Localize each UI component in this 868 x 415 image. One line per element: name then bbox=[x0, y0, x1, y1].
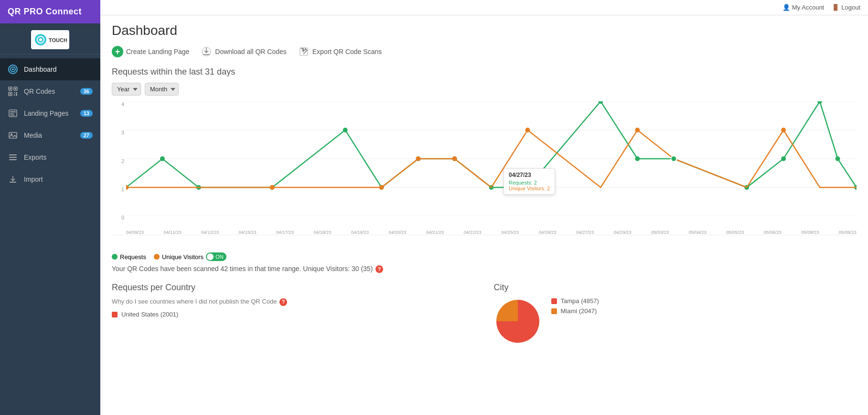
logout-icon: 🚪 bbox=[832, 4, 839, 11]
visitors-dot bbox=[154, 254, 160, 260]
sidebar-item-dashboard[interactable]: Dashboard bbox=[0, 58, 100, 80]
svg-point-54 bbox=[379, 185, 384, 190]
svg-point-45 bbox=[635, 156, 640, 161]
svg-rect-8 bbox=[10, 88, 11, 89]
my-account-link[interactable]: 👤 My Account bbox=[782, 4, 824, 11]
country-subtext: Why do I see countries where I did not p… bbox=[112, 297, 475, 306]
sidebar-item-qr-codes-label: QR Codes bbox=[24, 87, 75, 95]
svg-point-2 bbox=[39, 38, 42, 41]
tampa-label: Tampa (4857) bbox=[561, 297, 599, 305]
svg-rect-14 bbox=[16, 92, 17, 94]
requests-legend-label: Requests bbox=[120, 253, 146, 261]
svg-point-57 bbox=[525, 128, 530, 132]
toggle-circle bbox=[207, 253, 214, 260]
bottom-sections: Requests per Country Why do I see countr… bbox=[112, 283, 857, 345]
chart-container: 4 3 2 1 0 bbox=[112, 101, 857, 235]
city-list: Tampa (4857) Miami (2047) bbox=[551, 297, 599, 317]
toggle-label: ON bbox=[215, 254, 224, 260]
sidebar-item-import-label: Import bbox=[24, 175, 93, 183]
svg-rect-24 bbox=[9, 157, 17, 158]
svg-rect-10 bbox=[15, 88, 16, 89]
svg-point-43 bbox=[525, 185, 530, 190]
city-pie-chart bbox=[494, 297, 542, 345]
legend-requests: Requests bbox=[112, 253, 146, 261]
sidebar-nav: Dashboard QR Codes 36 bbox=[0, 58, 100, 190]
create-landing-page-button[interactable]: + Create Landing Page bbox=[112, 46, 189, 57]
svg-rect-13 bbox=[14, 92, 15, 93]
chart-legend: Requests Unique Visitors ON bbox=[112, 252, 857, 261]
svg-point-38 bbox=[343, 128, 348, 132]
chart-section-title: Requests within the last 31 days bbox=[112, 67, 857, 77]
sidebar-item-dashboard-label: Dashboard bbox=[24, 66, 93, 73]
svg-point-53 bbox=[270, 185, 275, 190]
media-badge: 27 bbox=[80, 132, 93, 139]
svg-point-55 bbox=[416, 156, 421, 161]
month-filter[interactable]: Month bbox=[145, 83, 179, 96]
svg-text:TOUCHLESS: TOUCHLESS bbox=[49, 37, 67, 43]
dashboard-icon bbox=[8, 64, 18, 75]
export-qr-scans-button[interactable]: Export QR Code Scans bbox=[298, 46, 382, 57]
summary-help-icon[interactable]: ? bbox=[375, 265, 383, 273]
svg-point-58 bbox=[635, 128, 640, 132]
legend-visitors: Unique Visitors ON bbox=[154, 252, 226, 261]
import-icon bbox=[8, 174, 18, 185]
svg-rect-16 bbox=[16, 94, 17, 96]
filter-row: Year Month bbox=[112, 83, 857, 96]
city-item-miami: Miami (2047) bbox=[551, 307, 599, 315]
toolbar: + Create Landing Page Download all QR Co… bbox=[112, 46, 857, 57]
sidebar-item-exports[interactable]: Exports bbox=[0, 146, 100, 168]
svg-point-35 bbox=[160, 156, 165, 161]
country-section: Requests per Country Why do I see countr… bbox=[112, 283, 475, 345]
svg-point-61 bbox=[671, 156, 676, 162]
sidebar: QR PRO Connect TOUCHLESS Dashboard bbox=[0, 0, 100, 415]
svg-point-48 bbox=[781, 156, 786, 161]
country-item: United States (2001) bbox=[112, 311, 475, 318]
city-chart-area: Tampa (4857) Miami (2047) bbox=[494, 297, 857, 345]
svg-rect-15 bbox=[14, 94, 15, 96]
sidebar-item-qr-codes[interactable]: QR Codes 36 bbox=[0, 80, 100, 102]
sidebar-item-landing-pages-label: Landing Pages bbox=[24, 109, 75, 117]
requests-chart bbox=[126, 101, 857, 216]
my-account-label: My Account bbox=[792, 4, 824, 11]
country-section-heading: Requests per Country bbox=[112, 283, 475, 293]
sidebar-logo: TOUCHLESS bbox=[0, 23, 100, 55]
sidebar-item-media-label: Media bbox=[24, 131, 75, 139]
svg-rect-23 bbox=[9, 154, 17, 155]
landing-icon bbox=[8, 108, 18, 119]
download-qr-codes-label: Download all QR Codes bbox=[215, 48, 286, 55]
create-icon: + bbox=[112, 46, 123, 57]
visitors-toggle[interactable]: ON bbox=[206, 252, 226, 261]
qr-codes-badge: 36 bbox=[80, 88, 93, 95]
logout-label: Logout bbox=[841, 4, 860, 11]
svg-rect-18 bbox=[10, 111, 16, 112]
tampa-dot bbox=[551, 298, 557, 304]
svg-point-60 bbox=[781, 128, 786, 132]
app-title: QR PRO Connect bbox=[0, 0, 100, 23]
visitors-legend-label: Unique Visitors bbox=[162, 253, 204, 261]
export-icon bbox=[298, 46, 310, 57]
logout-link[interactable]: 🚪 Logout bbox=[832, 4, 860, 11]
svg-rect-26 bbox=[10, 182, 16, 183]
export-qr-scans-label: Export QR Code Scans bbox=[312, 48, 382, 55]
main-content: Dashboard + Create Landing Page Download… bbox=[100, 15, 868, 415]
svg-rect-25 bbox=[9, 159, 17, 160]
sidebar-item-media[interactable]: Media 27 bbox=[0, 124, 100, 146]
media-icon bbox=[8, 130, 18, 141]
svg-rect-19 bbox=[10, 113, 14, 114]
svg-point-50 bbox=[836, 156, 840, 161]
city-item-tampa: Tampa (4857) bbox=[551, 297, 599, 305]
sidebar-item-landing-pages[interactable]: Landing Pages 13 bbox=[0, 102, 100, 124]
page-title: Dashboard bbox=[112, 23, 857, 38]
svg-point-56 bbox=[452, 156, 457, 161]
country-help-icon[interactable]: ? bbox=[279, 298, 287, 306]
miami-dot bbox=[551, 308, 557, 314]
sidebar-item-exports-label: Exports bbox=[24, 153, 93, 161]
svg-rect-21 bbox=[9, 132, 17, 138]
sidebar-item-import[interactable]: Import bbox=[0, 168, 100, 190]
user-icon: 👤 bbox=[782, 4, 790, 11]
topbar: 👤 My Account 🚪 Logout bbox=[100, 0, 868, 15]
city-section: City Tampa (4857) Miami (2047) bbox=[494, 283, 857, 345]
download-qr-codes-button[interactable]: Download all QR Codes bbox=[201, 46, 286, 57]
logo-image: TOUCHLESS bbox=[31, 30, 69, 49]
year-filter[interactable]: Year bbox=[112, 83, 141, 96]
